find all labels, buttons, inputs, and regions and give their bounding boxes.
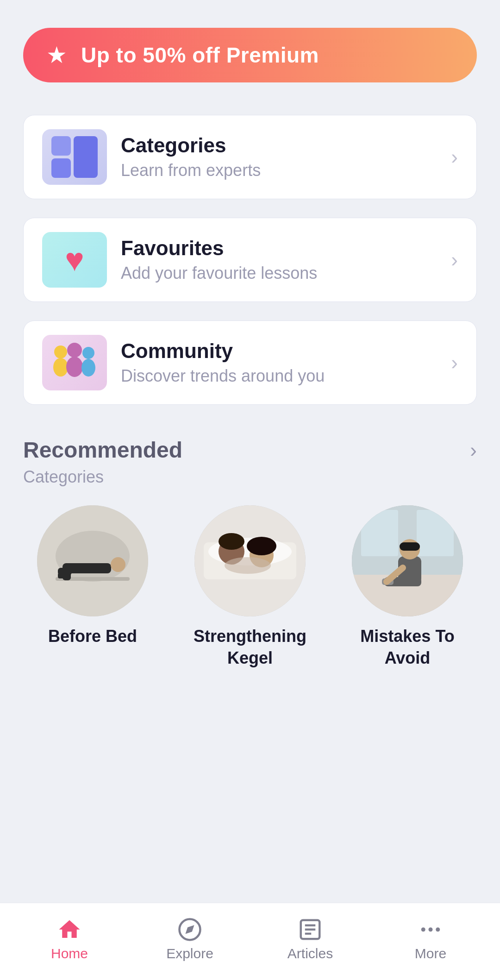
community-text: Community Discover trends around you xyxy=(121,339,437,386)
svg-point-10 xyxy=(111,557,125,572)
svg-point-0 xyxy=(54,346,67,358)
nav-explore-label: Explore xyxy=(166,946,213,961)
premium-banner[interactable]: ★ Up to 50% off Premium xyxy=(23,28,477,82)
community-card[interactable]: Community Discover trends around you › xyxy=(23,320,477,405)
category-circle-before-bed xyxy=(37,505,148,616)
categories-card[interactable]: Categories Learn from experts › xyxy=(23,115,477,199)
category-label-before-bed: Before Bed xyxy=(48,626,137,647)
nav-articles[interactable]: Articles xyxy=(273,917,347,961)
recommended-subtitle: Categories xyxy=(23,467,477,487)
svg-point-3 xyxy=(66,357,83,377)
premium-label: Up to 50% off Premium xyxy=(81,43,319,68)
svg-rect-24 xyxy=(361,510,398,556)
articles-icon xyxy=(298,917,323,942)
svg-point-20 xyxy=(247,537,276,555)
nav-home-label: Home xyxy=(51,946,88,961)
svg-marker-34 xyxy=(185,925,194,934)
favourites-title: Favourites xyxy=(121,237,437,260)
categories-title: Categories xyxy=(121,134,437,157)
category-item-mistakes[interactable]: Mistakes To Avoid xyxy=(338,505,477,669)
categories-icon xyxy=(42,129,107,185)
svg-point-2 xyxy=(67,343,82,358)
home-icon xyxy=(57,917,82,942)
community-icon xyxy=(42,335,107,390)
more-icon xyxy=(418,917,443,942)
favourites-card[interactable]: ♥ Favourites Add your favourite lessons … xyxy=(23,218,477,302)
favourites-chevron: › xyxy=(451,248,458,271)
svg-point-21 xyxy=(225,557,271,574)
categories-text: Categories Learn from experts xyxy=(121,134,437,180)
svg-rect-25 xyxy=(417,510,454,556)
nav-articles-label: Articles xyxy=(288,946,333,961)
category-item-before-bed[interactable]: Before Bed xyxy=(23,505,162,669)
favourites-text: Favourites Add your favourite lessons xyxy=(121,237,437,283)
nav-explore[interactable]: Explore xyxy=(153,917,227,961)
page-wrapper: ★ Up to 50% off Premium Categories Learn… xyxy=(0,0,500,980)
people-svg-icon xyxy=(49,342,100,383)
category-item-kegel[interactable]: Strengthening Kegel xyxy=(181,505,319,669)
recommended-header: Recommended › xyxy=(23,437,477,463)
heart-icon: ♥ xyxy=(65,241,84,278)
bottom-navigation: Home Explore Articles More xyxy=(0,903,500,980)
category-circle-mistakes xyxy=(352,505,463,616)
community-chevron: › xyxy=(451,351,458,374)
svg-rect-29 xyxy=(400,542,420,551)
compass-icon xyxy=(177,917,202,942)
favourites-icon: ♥ xyxy=(42,232,107,288)
svg-point-41 xyxy=(436,928,440,932)
category-label-mistakes: Mistakes To Avoid xyxy=(338,626,477,669)
svg-point-39 xyxy=(421,928,425,932)
svg-rect-13 xyxy=(58,573,68,578)
community-title: Community xyxy=(121,339,437,363)
svg-point-4 xyxy=(82,347,94,359)
nav-home[interactable]: Home xyxy=(32,917,106,961)
premium-star-icon: ★ xyxy=(46,42,67,69)
favourites-subtitle: Add your favourite lessons xyxy=(121,264,437,283)
category-items-row: Before Bed xyxy=(23,505,477,669)
community-subtitle: Discover trends around you xyxy=(121,366,437,386)
svg-point-18 xyxy=(219,533,244,550)
category-circle-kegel xyxy=(194,505,306,616)
svg-point-40 xyxy=(429,928,433,932)
categories-subtitle: Learn from experts xyxy=(121,161,437,180)
nav-more[interactable]: More xyxy=(394,917,468,961)
category-label-kegel: Strengthening Kegel xyxy=(194,626,306,669)
svg-point-1 xyxy=(53,358,68,377)
svg-point-5 xyxy=(81,359,95,377)
nav-more-label: More xyxy=(415,946,446,961)
recommended-title: Recommended xyxy=(23,437,182,463)
categories-chevron: › xyxy=(451,145,458,169)
recommended-chevron[interactable]: › xyxy=(470,439,477,462)
recommended-section: Recommended › Categories xyxy=(23,437,477,669)
